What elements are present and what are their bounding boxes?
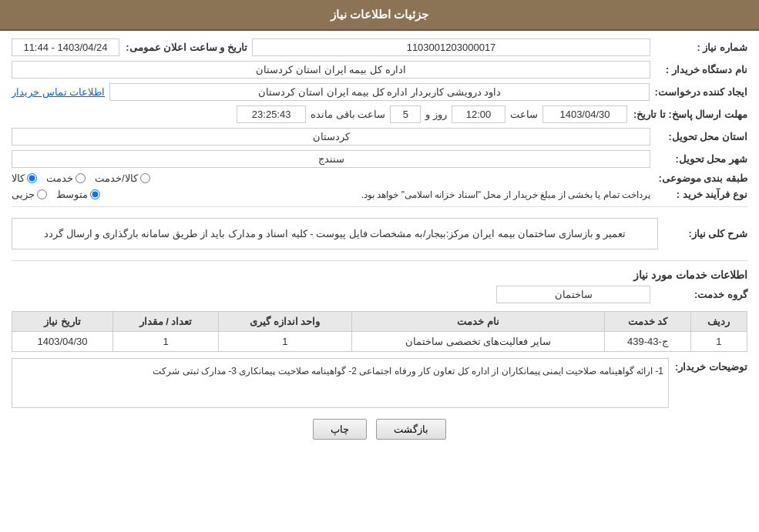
row-province: استان محل تحویل: کردستان [12, 128, 747, 146]
announcement-label: تاریخ و ساعت اعلان عمومی: [124, 42, 247, 53]
label-jozii: جزیی [12, 189, 35, 200]
process-mutavasit: متوسط [56, 189, 100, 200]
radio-kala-khidmat[interactable] [140, 173, 150, 183]
deadline-remaining: 23:25:43 [237, 105, 306, 123]
radio-mutavasit[interactable] [90, 189, 100, 199]
category-label: طبقه بندی موضوعی: [655, 172, 747, 184]
service-group-label: گروه خدمت: [655, 289, 747, 300]
city-label: شهر محل تحویل: [655, 153, 747, 165]
announcement-value: 1403/04/24 - 11:44 [12, 38, 119, 56]
deadline-label: مهلت ارسال پاسخ: تا تاریخ: [632, 109, 747, 120]
cell-code: ج-43-439 [605, 332, 690, 352]
contact-link[interactable]: اطلاعات تماس خریدار [12, 86, 105, 98]
col-header-date: تاریخ نیاز [12, 312, 113, 332]
back-button[interactable]: بازگشت [376, 419, 446, 440]
radio-khidmat[interactable] [76, 173, 86, 183]
col-header-name: نام خدمت [351, 312, 604, 332]
process-label: نوع فرآیند خرید : [655, 189, 747, 200]
services-section-title: اطلاعات خدمات مورد نیاز [12, 269, 747, 281]
row-category: طبقه بندی موضوعی: کالا/خدمت خدمت کالا [12, 172, 747, 184]
label-mutavasit: متوسط [56, 189, 88, 200]
deadline-time: 12:00 [452, 105, 505, 123]
table-row: 1 ج-43-439 سایر فعالیت‌های تخصصی ساختمان… [12, 332, 747, 352]
description-text: تعمیر و بازسازی ساختمان بیمه ایران مرکز:… [12, 218, 658, 249]
cell-date: 1403/04/30 [12, 332, 113, 352]
label-kala: کالا [12, 172, 25, 184]
buyer-desc-label: توضیحات خریدار: [675, 358, 747, 373]
province-value: کردستان [12, 128, 650, 146]
row-service-group: گروه خدمت: ساختمان [12, 286, 747, 303]
description-label: شرح کلی نیاز: [663, 228, 747, 239]
creator-label: ایجاد کننده درخواست: [654, 86, 747, 98]
radio-jozii[interactable] [37, 189, 47, 199]
process-radio-group: پرداخت تمام یا بخشی از مبلغ خریدار از مح… [12, 189, 650, 200]
service-group-value: ساختمان [496, 286, 650, 303]
row-deadline: مهلت ارسال پاسخ: تا تاریخ: 1403/04/30 سا… [12, 105, 747, 123]
content-area: شماره نیاز : 1103001203000017 تاریخ و سا… [0, 31, 759, 458]
action-buttons: بازگشت چاپ [12, 419, 747, 450]
deadline-time-label: ساعت [510, 109, 538, 120]
category-kala: کالا [12, 172, 37, 184]
row-process: نوع فرآیند خرید : پرداخت تمام یا بخشی از… [12, 189, 747, 200]
row-buyer-org: نام دستگاه خریدار : اداره کل بیمه ایران … [12, 61, 747, 79]
category-kala-khidmat: کالا/خدمت [95, 172, 150, 184]
col-header-unit: واحد اندازه گیری [218, 312, 351, 332]
col-header-qty: تعداد / مقدار [113, 312, 219, 332]
print-button[interactable]: چاپ [313, 419, 367, 440]
city-value: سنندج [12, 150, 650, 168]
deadline-day-label: روز و [425, 109, 447, 120]
row-description: شرح کلی نیاز: تعمیر و بازسازی ساختمان بی… [12, 213, 747, 254]
col-header-rownum: ردیف [690, 312, 747, 332]
cell-unit: 1 [218, 332, 351, 352]
divider-2 [12, 260, 747, 261]
col-header-code: کد خدمت [605, 312, 690, 332]
buyer-org-label: نام دستگاه خریدار : [655, 64, 747, 75]
services-section: ردیف کد خدمت نام خدمت واحد اندازه گیری ت… [12, 311, 747, 352]
table-header-row: ردیف کد خدمت نام خدمت واحد اندازه گیری ت… [12, 312, 747, 332]
label-khidmat: خدمت [46, 172, 73, 184]
deadline-days: 5 [390, 105, 421, 123]
main-container: جزئیات اطلاعات نیاز شماره نیاز : 1103001… [0, 0, 759, 532]
row-city: شهر محل تحویل: سنندج [12, 150, 747, 168]
category-radio-group: کالا/خدمت خدمت کالا [12, 172, 650, 184]
divider-1 [12, 206, 747, 207]
buyer-desc-text: 1- ارائه گواهینامه صلاحیت ایمنی پیمانکار… [12, 358, 669, 408]
creator-value: داود درویشی کاربردار اداره کل بیمه ایران… [109, 83, 650, 101]
need-number-value: 1103001203000017 [252, 38, 650, 56]
cell-rownum: 1 [690, 332, 747, 352]
buyer-notes-section: توضیحات خریدار: 1- ارائه گواهینامه صلاحی… [12, 358, 747, 408]
process-note: پرداخت تمام یا بخشی از مبلغ خریدار از مح… [109, 189, 650, 200]
services-table: ردیف کد خدمت نام خدمت واحد اندازه گیری ت… [12, 311, 747, 352]
category-khidmat: خدمت [46, 172, 86, 184]
province-label: استان محل تحویل: [655, 131, 747, 142]
cell-qty: 1 [113, 332, 219, 352]
cell-name: سایر فعالیت‌های تخصصی ساختمان [351, 332, 604, 352]
page-header: جزئیات اطلاعات نیاز [0, 0, 759, 31]
deadline-date: 1403/04/30 [542, 105, 627, 123]
row-creator: ایجاد کننده درخواست: داود درویشی کاربردا… [12, 83, 747, 101]
process-jozii: جزیی [12, 189, 47, 200]
buyer-org-value: اداره کل بیمه ایران استان کردستان [12, 61, 650, 79]
label-kala-khidmat: کالا/خدمت [95, 172, 138, 184]
row-need-number: شماره نیاز : 1103001203000017 تاریخ و سا… [12, 38, 747, 56]
deadline-remaining-label: ساعت باقی مانده [311, 109, 385, 120]
page-title: جزئیات اطلاعات نیاز [331, 8, 428, 21]
radio-kala[interactable] [27, 173, 37, 183]
need-number-label: شماره نیاز : [655, 42, 747, 53]
